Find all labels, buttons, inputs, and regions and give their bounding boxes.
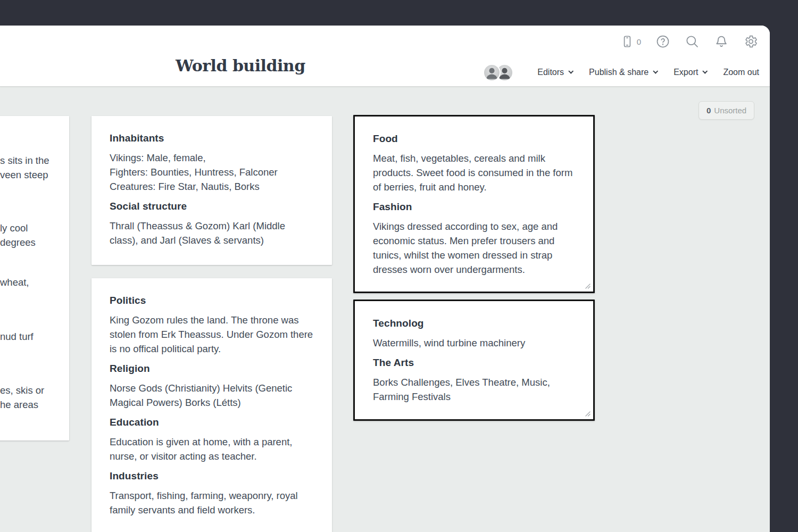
gear-icon	[743, 34, 758, 49]
card-food-fashion[interactable]: Food Meat, fish, vegetables, cereals and…	[353, 115, 595, 293]
card-heading: Inhabitants	[110, 132, 316, 144]
card-body: Meat, fish, vegetables, cereals and milk…	[373, 151, 577, 194]
card-heading: Fashion	[373, 201, 577, 213]
unsorted-badge[interactable]: 0 Unsorted	[699, 101, 754, 120]
mobile-device-icon	[620, 35, 634, 48]
card-body: Vikings: Male, female, Fighters: Bountie…	[110, 151, 316, 194]
card-politics[interactable]: Politics King Gozom rules the land. The …	[92, 278, 332, 532]
device-count: 0	[637, 37, 641, 46]
chevron-down-icon	[653, 69, 658, 74]
card-text-fragment: veen steep	[0, 168, 48, 182]
window-top-bar	[0, 0, 798, 26]
editor-avatars[interactable]	[483, 64, 513, 81]
card-body: Education is given at home, with a paren…	[110, 435, 316, 463]
card-inhabitants[interactable]: Inhabitants Vikings: Male, female, Fight…	[92, 116, 332, 265]
card-body: Watermills, wind turbine machinery	[373, 336, 577, 350]
board-header: World building 0	[0, 26, 770, 87]
resize-handle-icon[interactable]	[584, 410, 592, 418]
card-heading: Technolog	[373, 318, 577, 329]
card-heading: Education	[110, 417, 316, 428]
chevron-down-icon	[703, 69, 708, 74]
publish-share-menu[interactable]: Publish & share	[589, 68, 657, 77]
card-heading: Politics	[110, 295, 316, 306]
card-heading: The Arts	[373, 357, 577, 369]
search-icon	[685, 34, 700, 49]
card-body: Vikings dressed according to sex, age an…	[373, 219, 577, 277]
app-panel: World building 0	[0, 26, 770, 532]
settings-button[interactable]	[743, 34, 758, 49]
avatar[interactable]	[483, 64, 501, 81]
chevron-down-icon	[568, 69, 573, 74]
bell-icon	[714, 34, 729, 49]
card-body: Thrall (Theassus & Gozom) Karl (Middle c…	[110, 219, 316, 247]
help-button[interactable]	[655, 34, 670, 49]
editors-menu[interactable]: Editors	[537, 68, 572, 77]
card-heading: Industries	[110, 470, 316, 482]
help-icon	[655, 34, 670, 49]
card-body: King Gozom rules the land. The throne wa…	[110, 313, 316, 356]
card-text-fragment: he areas	[0, 397, 38, 412]
card-heading: Religion	[110, 363, 316, 375]
card-body: Norse Gods (Christianity) Helvits (Genet…	[110, 381, 316, 410]
header-icon-toolbar: 0	[620, 33, 758, 50]
card-heading: Food	[373, 133, 577, 145]
header-menu: Editors Publish & share Export Zoom out	[483, 62, 759, 83]
card-heading: Social structure	[110, 201, 316, 212]
card-text-fragment: wheat,	[0, 275, 29, 289]
unsorted-count: 0	[706, 106, 711, 115]
card-text-fragment: nud turf	[0, 329, 34, 344]
export-menu[interactable]: Export	[674, 68, 706, 77]
card-text-fragment: degrees	[0, 235, 36, 250]
card-text-fragment: s sits in the	[0, 153, 49, 168]
board-canvas[interactable]: 0 Unsorted s sits in the veen steep ly c…	[0, 87, 770, 531]
unsorted-label: Unsorted	[714, 106, 746, 115]
page-title[interactable]: World building	[176, 56, 305, 75]
zoom-out-button[interactable]: Zoom out	[723, 68, 759, 77]
mobile-device-button[interactable]: 0	[620, 35, 641, 48]
card-clipped-left[interactable]: s sits in the veen steep ly cool degrees…	[0, 116, 69, 440]
search-button[interactable]	[685, 34, 700, 49]
card-text-fragment: es, skis or	[0, 383, 44, 397]
card-technology-arts[interactable]: Technolog Watermills, wind turbine machi…	[353, 300, 595, 421]
card-text-fragment: ly cool	[0, 221, 28, 235]
notifications-button[interactable]	[714, 34, 729, 49]
card-body: Transport, fishing, farming, weaponry, r…	[110, 488, 316, 517]
card-body: Borks Challenges, Elves Theatre, Music, …	[373, 375, 577, 404]
resize-handle-icon[interactable]	[584, 282, 592, 290]
